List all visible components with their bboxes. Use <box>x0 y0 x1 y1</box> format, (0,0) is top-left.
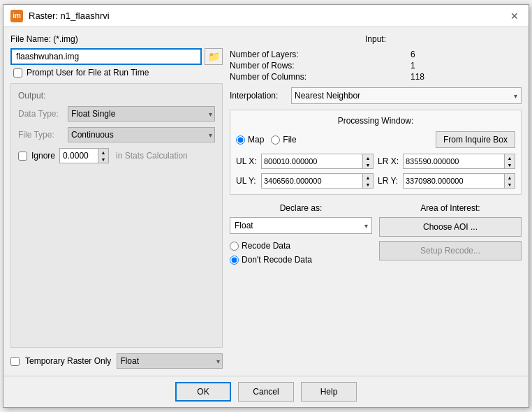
lry-label: LR Y: <box>378 176 400 186</box>
ulx-row: UL X: ▲ ▼ <box>236 154 374 169</box>
cols-value: 118 <box>411 72 522 82</box>
file-input[interactable] <box>10 48 202 65</box>
main-content: File Name: (*.img) 📁 Prompt User for Fil… <box>3 27 529 376</box>
lry-input-wrapper: ▲ ▼ <box>403 173 515 189</box>
ok-button[interactable]: OK <box>175 382 231 402</box>
file-type-select-wrapper: Continuous <box>68 127 215 142</box>
recode-radio[interactable] <box>230 242 239 251</box>
ignore-value-input[interactable] <box>59 148 98 163</box>
output-label: Output: <box>18 91 215 101</box>
aoi-section: Area of Interest: Choose AOI ... Setup R… <box>379 203 522 265</box>
temp-type-select-wrapper: Float <box>117 353 223 369</box>
rows-value: 1 <box>411 61 522 71</box>
bottom-section: Declare as: Float Recode Data <box>230 203 522 265</box>
prompt-checkbox[interactable] <box>13 68 22 78</box>
uly-spin-down[interactable]: ▼ <box>363 181 373 188</box>
ulx-spin-btns: ▲ ▼ <box>362 154 374 169</box>
lrx-input[interactable] <box>403 154 504 169</box>
help-button[interactable]: Help <box>301 382 357 402</box>
no-recode-radio[interactable] <box>230 256 239 265</box>
declare-select[interactable]: Float <box>230 217 372 234</box>
right-panel: Input: Number of Layers: 6 Number of Row… <box>230 34 522 369</box>
recode-text: Recode Data <box>242 241 290 251</box>
choose-aoi-button[interactable]: Choose AOI ... <box>379 217 522 237</box>
setup-recode-button[interactable]: Setup Recode... <box>379 241 522 260</box>
lrx-spin-down[interactable]: ▼ <box>505 161 515 168</box>
info-grid: Number of Layers: 6 Number of Rows: 1 Nu… <box>230 50 522 82</box>
interp-label: Interpolation: <box>230 91 286 101</box>
declare-label: Declare as: <box>230 203 372 213</box>
prompt-label: Prompt User for File at Run Time <box>27 68 149 78</box>
input-label: Input: <box>230 34 522 44</box>
ignore-spin-up[interactable]: ▲ <box>98 149 108 156</box>
data-type-select[interactable]: Float Single <box>68 106 215 122</box>
ulx-spin-up[interactable]: ▲ <box>363 154 373 161</box>
dialog-title: Raster: n1_flaashrvi <box>29 10 110 21</box>
no-recode-text: Don't Recode Data <box>242 255 312 265</box>
ignore-spin-down[interactable]: ▼ <box>98 156 108 163</box>
declare-section: Declare as: Float Recode Data <box>230 203 372 265</box>
radio-map-text: Map <box>248 135 264 145</box>
radio-map[interactable] <box>236 135 245 145</box>
ignore-label: Ignore <box>31 151 55 161</box>
lrx-row: LR X: ▲ ▼ <box>378 154 515 169</box>
data-type-row: Data Type: Float Single <box>18 106 215 122</box>
dialog-footer: OK Cancel Help <box>3 376 529 407</box>
coords-grid: UL X: ▲ ▼ LR X: <box>236 154 515 189</box>
lry-input[interactable] <box>403 173 504 189</box>
ulx-label: UL X: <box>236 156 258 166</box>
proc-window-title: Processing Window: <box>236 116 515 126</box>
file-type-row: File Type: Continuous <box>18 127 215 142</box>
data-type-label: Data Type: <box>18 109 64 119</box>
ulx-input[interactable] <box>261 154 362 169</box>
radio-map-label[interactable]: Map <box>236 135 264 145</box>
interp-select-wrapper: Nearest Neighbor <box>291 87 522 104</box>
browse-button[interactable]: 📁 <box>205 48 223 65</box>
uly-spin-btns: ▲ ▼ <box>362 173 374 189</box>
close-button[interactable]: ✕ <box>508 9 522 23</box>
from-inquire-button[interactable]: From Inquire Box <box>436 131 515 148</box>
temp-type-select[interactable]: Float <box>117 353 223 369</box>
ignore-row: Ignore ▲ ▼ in Stats Calculation <box>18 148 215 163</box>
radio-file[interactable] <box>271 135 280 145</box>
interpolation-row: Interpolation: Nearest Neighbor <box>230 87 522 104</box>
lry-spin-up[interactable]: ▲ <box>505 174 515 181</box>
uly-input[interactable] <box>261 173 362 189</box>
file-type-select[interactable]: Continuous <box>68 127 215 142</box>
file-row: 📁 <box>10 48 223 65</box>
output-section: Output: Data Type: Float Single File Typ… <box>10 83 223 348</box>
uly-spin-up[interactable]: ▲ <box>363 174 373 181</box>
aoi-label: Area of Interest: <box>379 203 522 213</box>
lrx-spin-up[interactable]: ▲ <box>505 154 515 161</box>
layers-value: 6 <box>411 50 522 59</box>
dialog: im Raster: n1_flaashrvi ✕ File Name: (*.… <box>3 4 529 408</box>
rows-key: Number of Rows: <box>230 61 404 71</box>
file-name-label: File Name: (*.img) <box>10 34 223 44</box>
title-bar: im Raster: n1_flaashrvi ✕ <box>3 5 529 27</box>
uly-label: UL Y: <box>236 176 258 186</box>
cancel-button[interactable]: Cancel <box>238 382 294 402</box>
no-recode-label[interactable]: Don't Recode Data <box>230 255 372 265</box>
uly-row: UL Y: ▲ ▼ <box>236 173 374 189</box>
title-bar-left: im Raster: n1_flaashrvi <box>10 10 110 22</box>
file-name-section: File Name: (*.img) 📁 Prompt User for Fil… <box>10 34 223 78</box>
interpolation-select[interactable]: Nearest Neighbor <box>291 87 522 104</box>
radio-row: Map File From Inquire Box <box>236 131 515 148</box>
ulx-spin-down[interactable]: ▼ <box>363 161 373 168</box>
lrx-label: LR X: <box>378 156 400 166</box>
ignore-checkbox[interactable] <box>18 152 27 161</box>
temp-raster-checkbox[interactable] <box>10 357 20 366</box>
radio-file-label[interactable]: File <box>271 135 296 145</box>
recode-label[interactable]: Recode Data <box>230 241 372 251</box>
ignore-spin-btns: ▲ ▼ <box>98 148 109 163</box>
lry-row: LR Y: ▲ ▼ <box>378 173 515 189</box>
left-panel: File Name: (*.img) 📁 Prompt User for Fil… <box>10 34 223 369</box>
processing-window-section: Processing Window: Map File From Inquire… <box>230 110 522 195</box>
lrx-input-wrapper: ▲ ▼ <box>403 154 515 169</box>
declare-select-wrapper: Float <box>230 217 372 234</box>
lrx-spin-btns: ▲ ▼ <box>504 154 515 169</box>
lry-spin-down[interactable]: ▼ <box>505 181 515 188</box>
layers-key: Number of Layers: <box>230 50 404 59</box>
temp-raster-label: Temporary Raster Only <box>25 356 111 366</box>
file-type-label: File Type: <box>18 130 64 140</box>
